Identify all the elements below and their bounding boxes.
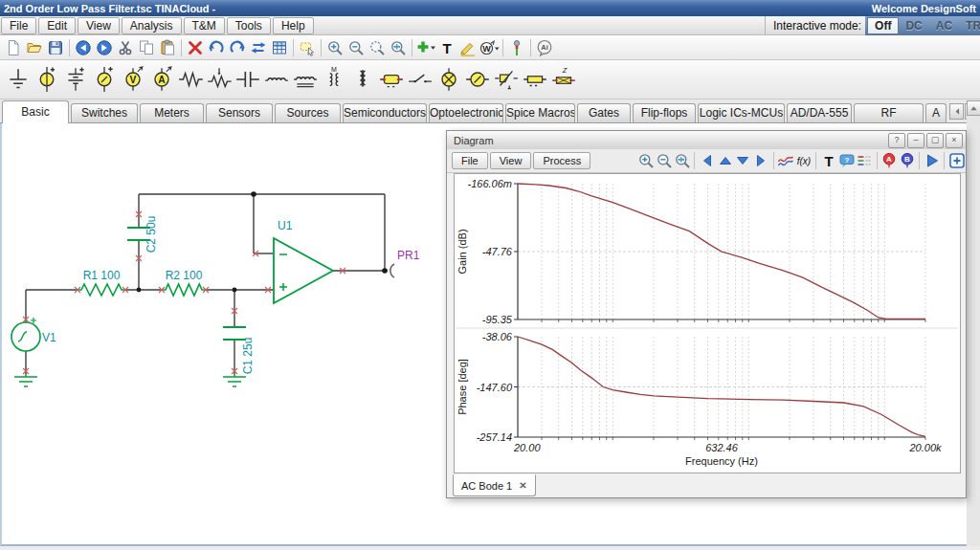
draw-pen-icon[interactable] xyxy=(457,37,479,58)
iron-core-inductor-icon[interactable] xyxy=(291,63,320,96)
zoom-out-icon[interactable] xyxy=(656,151,674,171)
component-r2[interactable] xyxy=(162,284,206,296)
zoom-in-icon[interactable] xyxy=(637,151,656,171)
hint-icon[interactable]: ? xyxy=(837,151,856,171)
tab-flip-flops[interactable]: Flip-flops xyxy=(633,103,696,122)
indicator-icon[interactable] xyxy=(463,63,492,96)
save-icon[interactable] xyxy=(45,37,66,58)
zoom-fit-icon[interactable] xyxy=(674,151,692,171)
voltage-source-icon[interactable] xyxy=(33,63,61,96)
impedance-icon[interactable]: Z xyxy=(549,63,578,96)
new-icon[interactable] xyxy=(3,37,24,58)
tab-a[interactable]: A xyxy=(925,103,947,122)
battery-icon[interactable] xyxy=(61,63,90,96)
scroll-up-icon[interactable] xyxy=(967,100,980,116)
curves-icon[interactable] xyxy=(777,151,795,171)
nav-up-icon[interactable] xyxy=(716,151,734,171)
fuse-icon[interactable] xyxy=(521,63,549,96)
interactive-mode-off[interactable]: Off xyxy=(867,17,899,34)
paste-icon[interactable] xyxy=(157,37,178,58)
add-component-icon[interactable] xyxy=(415,37,436,58)
tab-sources[interactable]: Sources xyxy=(275,103,341,122)
tab-spice-macros[interactable]: Spice Macros xyxy=(505,103,575,122)
forward-icon[interactable] xyxy=(94,37,115,58)
tab-basic[interactable]: Basic xyxy=(2,100,69,123)
menu-analysis[interactable]: Analysis xyxy=(122,17,182,34)
label-r1[interactable]: R1 100 xyxy=(83,269,121,282)
voltmeter-icon[interactable]: V xyxy=(119,63,147,96)
label-v1[interactable]: V1 xyxy=(42,331,56,344)
nav-right-icon[interactable] xyxy=(752,151,770,171)
coupled-inductors-icon[interactable]: M xyxy=(320,63,348,96)
menu-view[interactable]: View xyxy=(78,17,120,34)
tab-ac-bode-1[interactable]: AC Bode 1 ✕ xyxy=(453,474,536,496)
tab-gates[interactable]: Gates xyxy=(577,103,631,122)
ai-assistant-icon[interactable]: Ai xyxy=(534,37,555,58)
switch-icon[interactable] xyxy=(406,63,434,96)
component-v1[interactable] xyxy=(11,318,40,351)
interactive-mode-dc[interactable]: DC xyxy=(899,18,928,33)
maximize-icon[interactable]: ▢ xyxy=(926,133,944,148)
legend-icon[interactable] xyxy=(856,151,874,171)
menu-tm[interactable]: T&M xyxy=(184,17,225,34)
label-pr1[interactable]: PR1 xyxy=(397,249,420,262)
label-c1[interactable]: C1 25u xyxy=(241,338,255,375)
menu-edit[interactable]: Edit xyxy=(38,17,76,34)
undo-icon[interactable] xyxy=(206,37,227,58)
component-u1[interactable] xyxy=(274,238,333,303)
tab-switches[interactable]: Switches xyxy=(71,103,138,122)
select-region-icon[interactable] xyxy=(297,37,318,58)
tab-sensors[interactable]: Sensors xyxy=(206,103,273,122)
tab-scroll-left-icon[interactable] xyxy=(949,103,964,120)
plot-panel[interactable]: -166.06m-47.76-95.35Gain (dB)-38.06-147.… xyxy=(454,173,961,473)
probe-icon[interactable] xyxy=(506,37,527,58)
label-r2[interactable]: R2 100 xyxy=(166,269,203,282)
nav-left-icon[interactable] xyxy=(698,151,716,171)
ammeter-icon[interactable]: A xyxy=(147,63,176,96)
menu-help[interactable]: Help xyxy=(273,17,314,34)
tab-ad-da-555[interactable]: AD/DA-555 xyxy=(787,103,852,122)
transformer-icon[interactable] xyxy=(348,63,377,96)
potentiometer-icon[interactable] xyxy=(205,63,234,96)
run-icon[interactable] xyxy=(923,151,941,171)
relay-icon[interactable] xyxy=(377,63,406,96)
label-u1[interactable]: U1 xyxy=(278,219,293,232)
vertical-scrollbar[interactable] xyxy=(967,99,980,546)
diagram-menu-file[interactable]: File xyxy=(452,152,488,169)
formula-icon[interactable]: f(x) xyxy=(795,151,813,171)
zoom-window-icon[interactable] xyxy=(367,37,388,58)
menu-tools[interactable]: Tools xyxy=(227,17,271,34)
generator-icon[interactable] xyxy=(90,63,119,96)
cut-icon[interactable] xyxy=(115,37,136,58)
capacitor-icon[interactable] xyxy=(234,63,262,96)
insert-text-icon[interactable]: T xyxy=(819,151,837,171)
diagram-title-bar[interactable]: Diagram ?–▢× xyxy=(447,131,966,150)
redo-icon[interactable] xyxy=(227,37,248,58)
label-c2[interactable]: C2 50u xyxy=(145,216,158,253)
delete-icon[interactable] xyxy=(185,37,206,58)
minimize-icon[interactable]: – xyxy=(907,133,924,148)
tab-semiconductors[interactable]: Semiconductors xyxy=(343,103,427,122)
export-icon[interactable] xyxy=(947,151,966,171)
copy-icon[interactable] xyxy=(136,37,157,58)
table-icon[interactable] xyxy=(269,37,290,58)
component-r1[interactable] xyxy=(78,284,125,296)
marker-a-icon[interactable]: A xyxy=(880,151,899,171)
close-icon[interactable]: × xyxy=(946,133,963,148)
interactive-mode-ac[interactable]: AC xyxy=(929,18,959,33)
component-pr1[interactable] xyxy=(390,264,394,277)
zoom-fit-icon[interactable] xyxy=(388,37,409,58)
nav-down-icon[interactable] xyxy=(734,151,752,171)
zoom-in-icon[interactable] xyxy=(324,37,345,58)
thyristor-icon[interactable] xyxy=(492,63,521,96)
diagram-menu-process[interactable]: Process xyxy=(533,152,590,169)
inductor-icon[interactable] xyxy=(262,63,291,96)
zoom-out-icon[interactable] xyxy=(345,37,367,58)
back-icon[interactable] xyxy=(73,37,94,58)
open-icon[interactable] xyxy=(24,37,45,58)
lamp-icon[interactable] xyxy=(434,63,463,96)
ground-icon[interactable] xyxy=(4,63,33,96)
close-tab-icon[interactable]: ✕ xyxy=(519,480,526,491)
resistor-icon[interactable] xyxy=(176,63,205,96)
marker-b-icon[interactable]: B xyxy=(899,151,917,171)
